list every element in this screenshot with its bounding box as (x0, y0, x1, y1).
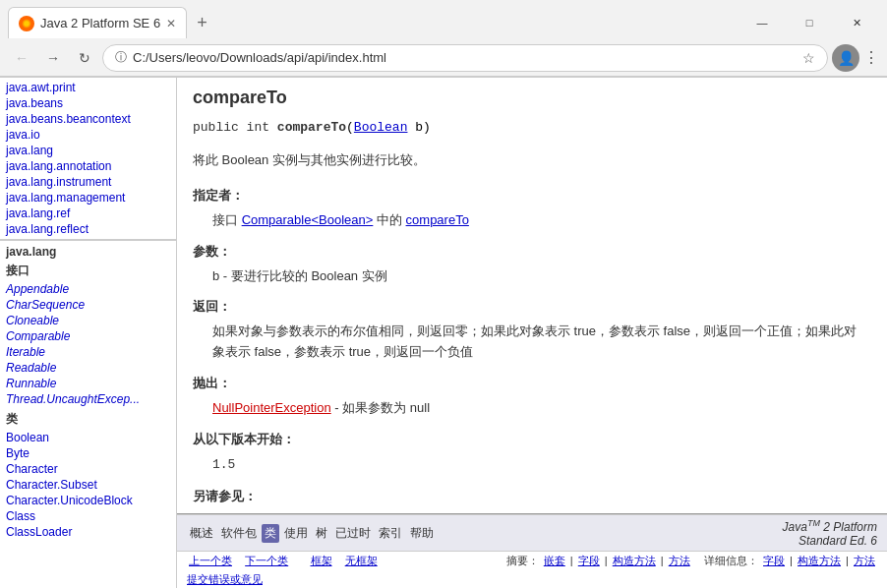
sidebar-boolean[interactable]: Boolean (0, 430, 176, 445)
nav-class[interactable]: 类 (262, 524, 279, 543)
browser-tab[interactable]: Java 2 Platform SE 6 ✕ (8, 7, 187, 38)
summary-field[interactable]: 字段 (578, 555, 600, 566)
bottom-section: 概述 软件包 类 使用 树 已过时 索引 帮助 JavaTM 2 Platfor… (177, 513, 887, 588)
content-area: compareTo public int compareTo(Boolean b… (177, 78, 887, 513)
no-frame-link[interactable]: 无框架 (345, 555, 378, 566)
nav-help[interactable]: 帮助 (407, 524, 437, 543)
returns-content: 如果对象与参数表示的布尔值相同，则返回零；如果此对象表示 true，参数表示 f… (212, 322, 861, 363)
throws-link[interactable]: NullPointerException (212, 400, 331, 415)
sidebar-classloader[interactable]: ClassLoader (0, 524, 176, 540)
nav-deprecated[interactable]: 已过时 (332, 524, 374, 543)
nav-bar: ← → ↻ ⓘ C:/Users/leovo/Downloads/api/api… (0, 39, 887, 77)
browser-chrome: Java 2 Platform SE 6 ✕ + — □ ✕ ← → ↻ ⓘ C… (0, 0, 887, 78)
method-description: 将此 Boolean 实例与其他实例进行比较。 (193, 150, 861, 171)
method-signature: public int compareTo(Boolean b) (193, 120, 861, 135)
sidebar-charsequence[interactable]: CharSequence (0, 297, 176, 313)
sidebar-link-lang-ref[interactable]: java.lang.ref (0, 206, 176, 221)
sidebar-readable[interactable]: Readable (0, 360, 176, 376)
title-bar: Java 2 Platform SE 6 ✕ + — □ ✕ (0, 0, 887, 39)
refresh-button[interactable]: ↻ (71, 44, 98, 72)
sidebar-top-links: java.awt.print java.beans java.beans.bea… (0, 78, 176, 240)
sidebar-character-unicodeblock[interactable]: Character.UnicodeBlock (0, 493, 176, 508)
window-controls: — □ ✕ (739, 7, 879, 38)
sidebar-interface-label: 接口 (6, 263, 170, 279)
sidebar-class[interactable]: Class (0, 508, 176, 524)
java-icon (19, 16, 34, 31)
minimize-button[interactable]: — (739, 7, 785, 38)
sidebar-link-lang[interactable]: java.lang (0, 143, 176, 158)
sidebar-link-io[interactable]: java.io (0, 127, 176, 143)
sidebar-section-title: java.lang (6, 245, 170, 259)
nav-package[interactable]: 软件包 (218, 524, 260, 543)
specifiedby-mid: 中的 (373, 212, 405, 227)
sidebar-link-awt-print[interactable]: java.awt.print (0, 80, 176, 95)
throws-text: - 如果参数为 null (331, 400, 430, 415)
main-layout: java.awt.print java.beans java.beans.bea… (0, 78, 887, 588)
profile-button[interactable]: 👤 (832, 44, 859, 72)
sidebar-runnable[interactable]: Runnable (0, 376, 176, 391)
sidebar-link-beans-beancontext[interactable]: java.beans.beancontext (0, 111, 176, 127)
bookmark-button[interactable]: ☆ (802, 50, 815, 66)
prev-class-link[interactable]: 上一个类 (189, 555, 232, 566)
specifiedby-method-link[interactable]: compareTo (406, 212, 469, 227)
sig-param: b) (415, 120, 431, 135)
address-text: C:/Users/leovo/Downloads/api/api/index.h… (133, 50, 798, 65)
seealso-header: 另请参见： (193, 488, 861, 505)
sidebar: java.awt.print java.beans java.beans.bea… (0, 78, 177, 588)
tab-close-button[interactable]: ✕ (166, 17, 176, 30)
sidebar-cloneable[interactable]: Cloneable (0, 313, 176, 328)
summary-method[interactable]: 方法 (669, 555, 690, 566)
prev-next-links: 上一个类 下一个类 框架 无框架 (187, 554, 380, 568)
sidebar-link-lang-annotation[interactable]: java.lang.annotation (0, 158, 176, 174)
detail-constructor[interactable]: 构造方法 (798, 555, 841, 566)
summary-label: 摘要： (506, 555, 539, 566)
specifiedby-header: 指定者： (193, 187, 861, 205)
close-button[interactable]: ✕ (834, 7, 879, 38)
sidebar-character-subset[interactable]: Character.Subset (0, 477, 176, 493)
detail-method[interactable]: 方法 (854, 555, 875, 566)
since-header: 从以下版本开始： (193, 431, 861, 448)
throws-header: 抛出： (193, 375, 861, 392)
frame-link[interactable]: 框架 (311, 555, 332, 566)
sidebar-link-lang-reflect[interactable]: java.lang.reflect (0, 221, 176, 237)
summary-constructor[interactable]: 构造方法 (613, 555, 656, 566)
back-button[interactable]: ← (8, 44, 35, 72)
forward-button[interactable]: → (39, 44, 67, 72)
sidebar-link-lang-instrument[interactable]: java.lang.instrument (0, 174, 176, 190)
summary-nested[interactable]: 嵌套 (544, 555, 565, 566)
brand-java: Java (783, 520, 807, 534)
sidebar-byte[interactable]: Byte (0, 445, 176, 461)
specifiedby-link[interactable]: Comparable<Boolean> (242, 212, 374, 227)
brand-tm: TM (807, 518, 820, 528)
nav-tree[interactable]: 树 (313, 524, 330, 543)
feedback-bar: 提交错误或意见 (177, 570, 887, 588)
sidebar-character[interactable]: Character (0, 461, 176, 477)
method-title: compareTo (193, 88, 861, 108)
sidebar-thread-uncaughtexcep[interactable]: Thread.UncaughtExcep... (0, 391, 176, 407)
maximize-button[interactable]: □ (787, 7, 832, 38)
sidebar-comparable[interactable]: Comparable (0, 328, 176, 344)
nav-use[interactable]: 使用 (281, 524, 311, 543)
sidebar-appendable[interactable]: Appendable (0, 281, 176, 297)
sidebar-link-beans[interactable]: java.beans (0, 95, 176, 111)
content-inner: compareTo public int compareTo(Boolean b… (193, 88, 861, 513)
detail-field[interactable]: 字段 (763, 555, 785, 566)
sidebar-link-lang-management[interactable]: java.lang.management (0, 190, 176, 206)
sidebar-iterable[interactable]: Iterable (0, 344, 176, 360)
bottom-nav-left: 概述 软件包 类 使用 树 已过时 索引 帮助 (187, 524, 437, 543)
nav-overview[interactable]: 概述 (187, 524, 216, 543)
next-class-link[interactable]: 下一个类 (245, 555, 288, 566)
sidebar-class-label: 类 (6, 411, 170, 428)
sig-method: compareTo (277, 120, 346, 135)
specifiedby-text: 接口 (212, 212, 242, 227)
brand-rest: 2 Platform (820, 520, 877, 534)
address-bar[interactable]: ⓘ C:/Users/leovo/Downloads/api/api/index… (102, 44, 828, 72)
new-tab-button[interactable]: + (191, 11, 213, 35)
feedback-link[interactable]: 提交错误或意见 (187, 573, 263, 585)
params-header: 参数： (193, 243, 861, 261)
summary-detail-links: 摘要： 嵌套 | 字段 | 构造方法 | 方法 详细信息： 字段 | 构造方法 … (506, 554, 877, 568)
lock-icon: ⓘ (115, 49, 127, 66)
nav-index[interactable]: 索引 (376, 524, 405, 543)
menu-button[interactable]: ⋮ (863, 48, 879, 67)
sig-param-type-link[interactable]: Boolean (354, 120, 408, 135)
